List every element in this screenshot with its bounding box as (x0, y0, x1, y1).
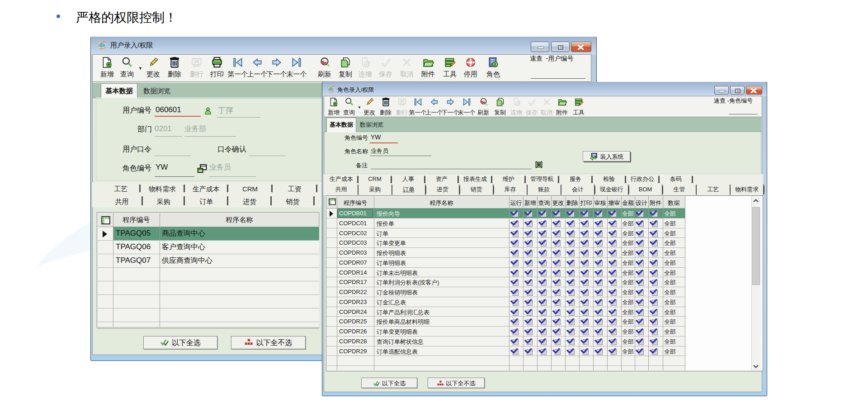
svg-text:$: $ (494, 62, 497, 67)
